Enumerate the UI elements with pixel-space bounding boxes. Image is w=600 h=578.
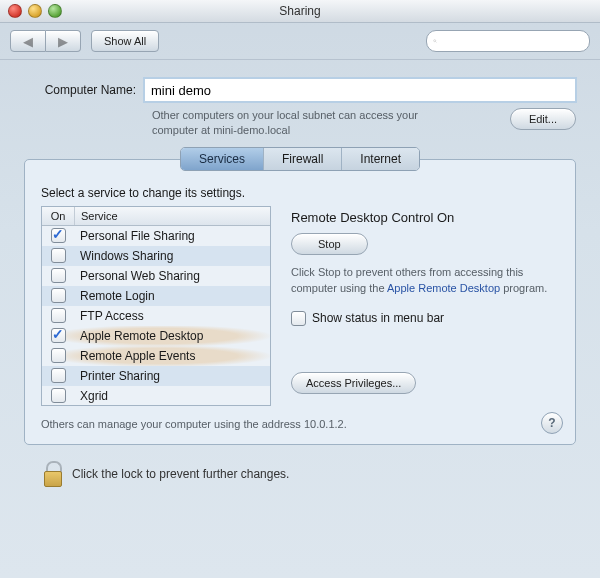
service-row[interactable]: Apple Remote Desktop [42, 326, 270, 346]
service-label: Printer Sharing [74, 369, 270, 383]
forward-arrow-icon: ▶ [58, 34, 68, 49]
apple-remote-desktop-link[interactable]: Apple Remote Desktop [387, 282, 500, 294]
service-label: Remote Login [74, 289, 270, 303]
search-field[interactable] [426, 30, 590, 52]
tab-internet[interactable]: Internet [342, 148, 419, 170]
service-row[interactable]: Printer Sharing [42, 366, 270, 386]
panel-prompt: Select a service to change its settings. [41, 186, 559, 200]
service-checkbox[interactable] [51, 348, 66, 363]
service-label: Personal File Sharing [74, 229, 270, 243]
service-row[interactable]: FTP Access [42, 306, 270, 326]
service-checkbox[interactable] [51, 308, 66, 323]
svg-line-1 [436, 42, 437, 43]
service-checkbox[interactable] [51, 368, 66, 383]
toolbar: ◀ ▶ Show All [0, 23, 600, 60]
help-button[interactable]: ? [541, 412, 563, 434]
computer-name-label: Computer Name: [24, 83, 136, 97]
window-title: Sharing [279, 4, 320, 18]
services-list-header: On Service [42, 207, 270, 226]
panel-footer-note: Others can manage your computer using th… [41, 418, 559, 430]
forward-button[interactable]: ▶ [46, 30, 81, 52]
panel-tabs: Services Firewall Internet [25, 147, 575, 171]
sharing-panel: Services Firewall Internet Select a serv… [24, 159, 576, 445]
service-row[interactable]: Remote Login [42, 286, 270, 306]
service-checkbox[interactable] [51, 388, 66, 403]
back-button[interactable]: ◀ [10, 30, 46, 52]
service-checkbox[interactable] [51, 288, 66, 303]
service-checkbox[interactable] [51, 228, 66, 243]
show-all-button[interactable]: Show All [91, 30, 159, 52]
service-label: Personal Web Sharing [74, 269, 270, 283]
search-icon [433, 35, 437, 47]
service-row[interactable]: Personal Web Sharing [42, 266, 270, 286]
service-row[interactable]: Remote Apple Events [42, 346, 270, 366]
show-status-checkbox[interactable] [291, 311, 306, 326]
back-arrow-icon: ◀ [23, 34, 33, 49]
service-description: Click Stop to prevent others from access… [291, 265, 559, 297]
window-controls [8, 4, 62, 18]
search-input[interactable] [441, 34, 583, 48]
service-checkbox[interactable] [51, 248, 66, 263]
window-titlebar: Sharing [0, 0, 600, 23]
stop-button[interactable]: Stop [291, 233, 368, 255]
access-privileges-button[interactable]: Access Privileges... [291, 372, 416, 394]
service-label: Apple Remote Desktop [74, 329, 270, 343]
computer-name-input[interactable] [144, 78, 576, 102]
service-label: Remote Apple Events [74, 349, 270, 363]
col-header-service[interactable]: Service [75, 207, 270, 225]
service-label: Xgrid [74, 389, 270, 403]
service-row[interactable]: Xgrid [42, 386, 270, 406]
service-checkbox[interactable] [51, 268, 66, 283]
service-checkbox[interactable] [51, 328, 66, 343]
service-row[interactable]: Windows Sharing [42, 246, 270, 266]
col-header-on[interactable]: On [42, 207, 75, 225]
lock-icon[interactable] [42, 461, 62, 487]
service-label: Windows Sharing [74, 249, 270, 263]
show-status-label: Show status in menu bar [312, 311, 444, 325]
computer-name-subtext: Other computers on your local subnet can… [152, 108, 432, 139]
zoom-window-button[interactable] [48, 4, 62, 18]
edit-name-button[interactable]: Edit... [510, 108, 576, 130]
services-list: On Service Personal File SharingWindows … [41, 206, 271, 406]
nav-back-forward: ◀ ▶ [10, 30, 81, 52]
service-row[interactable]: Personal File Sharing [42, 226, 270, 246]
service-label: FTP Access [74, 309, 270, 323]
service-status-heading: Remote Desktop Control On [291, 210, 559, 225]
close-window-button[interactable] [8, 4, 22, 18]
tab-firewall[interactable]: Firewall [264, 148, 342, 170]
lock-text: Click the lock to prevent further change… [72, 467, 289, 481]
minimize-window-button[interactable] [28, 4, 42, 18]
tab-services[interactable]: Services [181, 148, 264, 170]
svg-point-0 [434, 40, 436, 42]
